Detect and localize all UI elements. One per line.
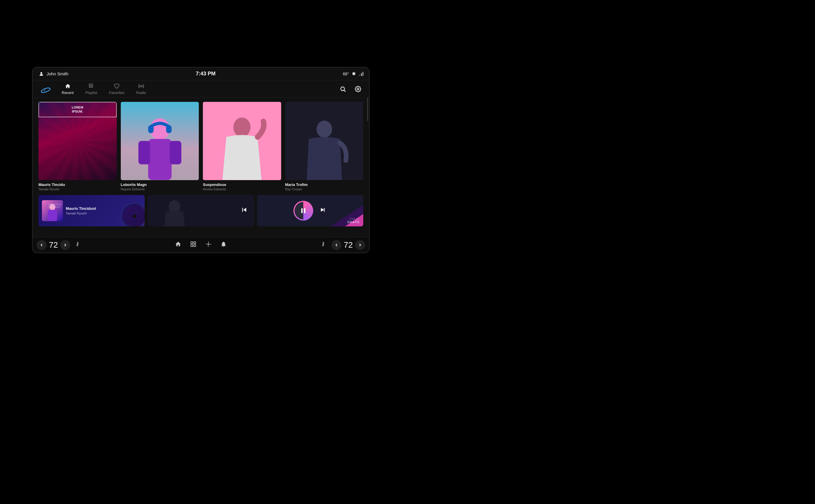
tab-recent-label: Recent bbox=[62, 90, 74, 95]
album-card-2[interactable]: Lobortis Magn Nayara Defuente bbox=[121, 102, 199, 191]
svg-text:♪: ♪ bbox=[90, 84, 91, 86]
tab-radio-label: Radio bbox=[136, 90, 146, 95]
svg-point-32 bbox=[133, 214, 136, 218]
bluetooth-icon: ✱ bbox=[352, 71, 356, 77]
main-content: LOREM IPSUM. Mauris Tincidu Tamaki Ryush… bbox=[33, 98, 369, 238]
svg-marker-1 bbox=[363, 72, 363, 76]
bottom-center-icons bbox=[174, 240, 228, 250]
user-icon bbox=[38, 71, 44, 77]
tab-favorites[interactable]: Favorites bbox=[103, 81, 130, 97]
next-button[interactable] bbox=[319, 206, 327, 215]
svg-marker-3 bbox=[360, 74, 360, 76]
bottom-bar: 72 bbox=[33, 237, 369, 253]
album-artist-4: Ray Cooper bbox=[285, 187, 364, 191]
tab-playlist-label: Playlist bbox=[85, 90, 97, 95]
album-title-4: Maria Trofim bbox=[285, 182, 364, 187]
svg-point-42 bbox=[208, 244, 209, 245]
pause-button[interactable] bbox=[293, 201, 313, 221]
status-bar-left: John Smith bbox=[38, 71, 68, 77]
nav-actions bbox=[338, 84, 363, 94]
prev-controls-card bbox=[148, 195, 254, 226]
svg-rect-41 bbox=[194, 245, 196, 246]
album-card-3[interactable]: Suspendisse Amelia Edwards bbox=[203, 102, 281, 191]
player-thumbnail: CREATIVE SOLUTIONS bbox=[42, 200, 63, 221]
disc-overlay bbox=[121, 203, 145, 226]
svg-point-25 bbox=[316, 120, 332, 138]
album-title-1: Mauris Tincidu bbox=[38, 182, 117, 187]
album-title-3: Suspendisse bbox=[203, 182, 281, 187]
album-card-4[interactable]: Maria Trofim Ray Cooper bbox=[285, 102, 364, 191]
album-artist-1: Tamaki Ryushi bbox=[38, 187, 117, 191]
album-artist-2: Nayara Defuente bbox=[121, 187, 199, 191]
svg-line-12 bbox=[344, 90, 346, 92]
device-frame: John Smith 7:43 PM 68° ✱ ♪ bbox=[32, 67, 370, 253]
svg-point-13 bbox=[357, 88, 359, 90]
album-art-3 bbox=[203, 102, 281, 180]
time-display: 7:43 PM bbox=[196, 71, 215, 77]
radio-nav-icon bbox=[138, 83, 144, 90]
album-art-1: LOREM IPSUM. bbox=[38, 102, 117, 180]
svg-marker-2 bbox=[361, 73, 362, 76]
album-title-2: Lobortis Magn bbox=[121, 182, 199, 187]
tab-favorites-label: Favorites bbox=[109, 90, 124, 95]
svg-point-23 bbox=[233, 118, 251, 137]
bottom-chevron-left-1[interactable] bbox=[37, 240, 47, 250]
svg-rect-28 bbox=[48, 210, 57, 221]
bottom-chevron-right-2[interactable] bbox=[355, 240, 365, 250]
bottom-bell-icon[interactable] bbox=[219, 240, 228, 250]
tab-radio[interactable]: Radio bbox=[130, 81, 152, 97]
tab-recent[interactable]: Recent bbox=[56, 81, 79, 97]
prev-button[interactable] bbox=[240, 206, 248, 216]
svg-rect-16 bbox=[148, 139, 171, 180]
svg-rect-39 bbox=[194, 242, 196, 244]
bottom-audio-left-icon bbox=[74, 240, 82, 250]
svg-text:♪: ♪ bbox=[43, 87, 46, 93]
playlist-nav-icon: ♪ bbox=[88, 83, 94, 90]
nav-bar: ♪ Recent ♪ bbox=[33, 80, 369, 98]
svg-rect-38 bbox=[191, 242, 193, 244]
status-bar: John Smith 7:43 PM 68° ✱ bbox=[33, 68, 369, 80]
user-name: John Smith bbox=[47, 71, 68, 76]
album-artist-3: Amelia Edwards bbox=[203, 187, 281, 191]
svg-point-11 bbox=[341, 87, 345, 90]
album-grid: LOREM IPSUM. Mauris Tincidu Tamaki Ryush… bbox=[38, 102, 363, 191]
svg-point-10 bbox=[140, 85, 142, 87]
bottom-temp-right: 72 bbox=[344, 240, 353, 250]
app-logo[interactable]: ♪ bbox=[38, 84, 53, 94]
bottom-left-section: 72 bbox=[37, 240, 82, 250]
album-art-2 bbox=[121, 102, 199, 180]
svg-rect-33 bbox=[148, 195, 254, 226]
scrollbar bbox=[367, 98, 368, 121]
settings-button[interactable] bbox=[353, 84, 363, 94]
tab-playlist[interactable]: ♪ Playlist bbox=[79, 81, 103, 97]
bottom-fan-icon[interactable] bbox=[204, 240, 213, 250]
now-playing-card[interactable]: CREATIVE SOLUTIONS Mauris Tincidunt Tama… bbox=[38, 195, 145, 226]
nav-items: Recent ♪ Playlist Favorit bbox=[56, 81, 338, 97]
svg-point-0 bbox=[40, 72, 42, 74]
temperature-display: 68° bbox=[343, 72, 349, 76]
bottom-chevron-left-2[interactable] bbox=[332, 240, 341, 250]
bottom-home-icon[interactable] bbox=[174, 240, 183, 250]
signal-icon bbox=[359, 72, 363, 76]
album-art-4 bbox=[285, 102, 364, 180]
bottom-right-section: 72 bbox=[319, 240, 365, 250]
album-card-1[interactable]: LOREM IPSUM. Mauris Tincidu Tamaki Ryush… bbox=[38, 102, 117, 191]
bottom-audio-right-icon bbox=[319, 240, 328, 250]
lorem-line1: LOREM bbox=[43, 105, 112, 109]
lorem-box: LOREM IPSUM. bbox=[38, 102, 117, 117]
bottom-chevron-right-1[interactable] bbox=[60, 240, 70, 250]
svg-rect-20 bbox=[166, 125, 171, 133]
svg-rect-18 bbox=[169, 141, 181, 164]
status-bar-right: 68° ✱ bbox=[343, 71, 363, 77]
playback-controls-card: CoLor SHAPE bbox=[257, 195, 363, 226]
bottom-grid-icon[interactable] bbox=[189, 240, 198, 250]
player-row: CREATIVE SOLUTIONS Mauris Tincidunt Tama… bbox=[38, 195, 363, 226]
search-button[interactable] bbox=[338, 84, 348, 94]
svg-rect-17 bbox=[138, 141, 150, 164]
svg-text:SOLUTIONS: SOLUTIONS bbox=[48, 206, 60, 208]
svg-rect-40 bbox=[191, 245, 193, 246]
svg-marker-4 bbox=[359, 75, 359, 76]
svg-rect-19 bbox=[148, 125, 153, 133]
disc-inner bbox=[122, 204, 145, 226]
svg-text:CREATIVE: CREATIVE bbox=[48, 203, 61, 206]
